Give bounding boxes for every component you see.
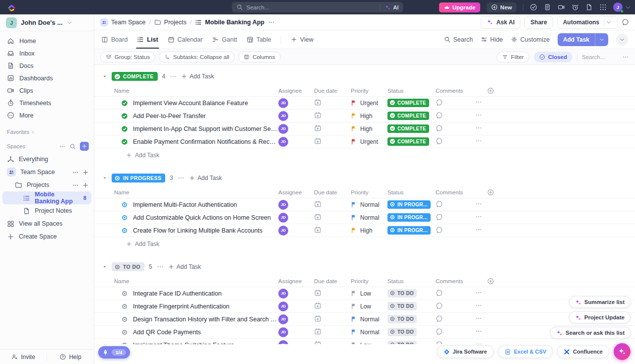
task-row[interactable]: Enable Payment Confirmation Notification… (94, 135, 635, 148)
priority-cell[interactable]: High (351, 227, 387, 234)
comment-icon[interactable] (436, 99, 443, 106)
ai-action-search-or-ask-this-list[interactable]: Search or ask this list (550, 327, 631, 339)
status-badge[interactable]: TO DO (387, 302, 417, 310)
sidebar-item-mobile-banking-app[interactable]: Mobile Banking App 8 (2, 191, 91, 204)
sidebar-item-clips[interactable]: Clips (0, 84, 94, 97)
breadcrumb-team-space[interactable]: Team Space (100, 18, 145, 26)
status-badge[interactable]: TO DO (387, 289, 417, 298)
help-button[interactable]: Help (47, 350, 94, 364)
apps-grid-icon[interactable] (599, 3, 607, 11)
column-header-due-date[interactable]: Due date (314, 189, 351, 195)
sidebar-item-home[interactable]: Home (0, 35, 94, 47)
column-header-assignee[interactable]: Assignee (278, 278, 314, 284)
group-add-task-button[interactable]: Add Task (168, 263, 201, 270)
column-header-priority[interactable]: Priority (351, 88, 387, 94)
assignee-avatar[interactable]: JD (278, 289, 288, 299)
sidebar-item-timesheets[interactable]: Timesheets (0, 97, 94, 109)
column-header-name[interactable]: Name (114, 189, 278, 195)
column-header-comments[interactable]: Comments (436, 88, 475, 94)
add-space-button[interactable] (80, 142, 89, 151)
hide-button[interactable]: Hide (481, 36, 503, 43)
sidebar-item-more[interactable]: More (0, 109, 94, 121)
task-status-icon[interactable] (121, 201, 128, 208)
group-menu-icon[interactable] (157, 263, 164, 270)
row-menu-icon[interactable] (475, 289, 482, 296)
task-row[interactable]: Add Customizable Quick Actions on Home S… (94, 211, 635, 224)
assignee-avatar[interactable]: JD (278, 98, 288, 108)
due-date-icon[interactable] (314, 302, 321, 309)
due-date-icon[interactable] (314, 124, 321, 132)
sidebar-item-projects[interactable]: Projects (0, 179, 94, 191)
column-header-status[interactable]: Status (387, 88, 436, 94)
priority-cell[interactable]: Urgent (351, 138, 387, 145)
row-menu-icon[interactable] (475, 124, 482, 131)
add-column-button[interactable] (475, 278, 497, 285)
spaces-menu-icon[interactable] (59, 143, 65, 150)
filter-button[interactable]: Filter (497, 52, 529, 62)
status-badge[interactable]: TO DO (387, 341, 417, 344)
clickup-logo-icon[interactable] (7, 2, 16, 12)
favorites-section[interactable]: Favorites (0, 122, 94, 136)
task-row[interactable]: Create Flow for Linking Multiple Bank Ac… (94, 224, 635, 237)
column-header-due-date[interactable]: Due date (314, 278, 351, 284)
assignee-avatar[interactable]: JD (278, 302, 288, 311)
workspace-switcher[interactable]: J John Doe's ... (0, 14, 94, 31)
column-header-assignee[interactable]: Assignee (278, 189, 314, 195)
account-chevron-icon[interactable] (625, 4, 631, 10)
due-date-icon[interactable] (314, 289, 321, 297)
assignee-avatar[interactable]: JD (278, 340, 288, 345)
assignee-avatar[interactable]: JD (278, 200, 288, 210)
onboarding-progress-button[interactable]: 1/4 (98, 346, 130, 359)
priority-cell[interactable]: Normal (351, 214, 387, 221)
status-badge[interactable]: IN PROGR... (387, 213, 431, 222)
status-badge[interactable]: COMPLETE (387, 112, 429, 120)
task-row[interactable]: Add Peer-to-Peer Transfer JD High COMPLE… (94, 110, 635, 122)
due-date-icon[interactable] (314, 112, 321, 119)
row-menu-icon[interactable] (475, 200, 482, 207)
notepad-icon[interactable] (544, 3, 551, 11)
task-status-icon[interactable] (121, 138, 128, 145)
ai-action-summarize-list[interactable]: Summarize list (569, 296, 631, 308)
more-options-icon[interactable] (622, 54, 629, 61)
status-badge[interactable]: TO DO (387, 315, 417, 323)
assignee-avatar[interactable]: JD (278, 226, 288, 236)
column-header-priority[interactable]: Priority (351, 189, 387, 195)
due-date-icon[interactable] (314, 213, 321, 221)
task-row[interactable]: Implement In-App Chat Support with Custo… (94, 122, 635, 135)
priority-cell[interactable]: Low (351, 303, 387, 310)
tab-list[interactable]: List (137, 30, 158, 49)
task-status-icon[interactable] (121, 342, 128, 345)
due-date-icon[interactable] (314, 226, 321, 234)
column-header-status[interactable]: Status (387, 189, 436, 195)
add-column-button[interactable] (475, 189, 497, 196)
comment-icon[interactable] (436, 289, 443, 297)
folder-menu-icon[interactable] (72, 182, 79, 188)
collapse-toolbar-button[interactable] (616, 34, 628, 46)
due-date-icon[interactable] (314, 200, 321, 208)
breadcrumb-current-list[interactable]: Mobile Banking App (195, 19, 264, 26)
group-add-task-button[interactable]: Add Task (181, 73, 214, 80)
priority-cell[interactable]: High (351, 113, 387, 120)
group-menu-icon[interactable] (178, 175, 185, 182)
status-badge[interactable]: IN PROGR... (387, 200, 431, 209)
column-header-comments[interactable]: Comments (436, 278, 475, 284)
assignee-avatar[interactable]: JD (278, 111, 288, 121)
status-badge[interactable]: COMPLETE (387, 99, 429, 107)
breadcrumb-projects[interactable]: Projects (154, 19, 187, 26)
integration-confluence[interactable]: Confluence (557, 345, 609, 358)
comment-icon[interactable] (436, 137, 443, 145)
task-row[interactable]: Implement View Account Balance Feature J… (94, 97, 635, 110)
assignee-avatar[interactable]: JD (278, 327, 288, 337)
collapse-group-icon[interactable] (102, 264, 107, 269)
status-badge[interactable]: IN PROGR... (387, 226, 431, 235)
ask-ai-button[interactable]: Ask AI (481, 16, 520, 29)
add-task-button[interactable]: Add Task (558, 33, 608, 46)
column-header-priority[interactable]: Priority (351, 278, 387, 284)
folder-add-icon[interactable] (82, 182, 89, 188)
assignee-avatar[interactable]: JD (278, 137, 288, 147)
list-search-input[interactable]: Search... (582, 54, 618, 60)
view-search-button[interactable]: Search (444, 36, 473, 43)
space-add-icon[interactable] (82, 169, 89, 176)
share-button[interactable]: Share (524, 16, 553, 29)
column-header-comments[interactable]: Comments (436, 189, 475, 195)
